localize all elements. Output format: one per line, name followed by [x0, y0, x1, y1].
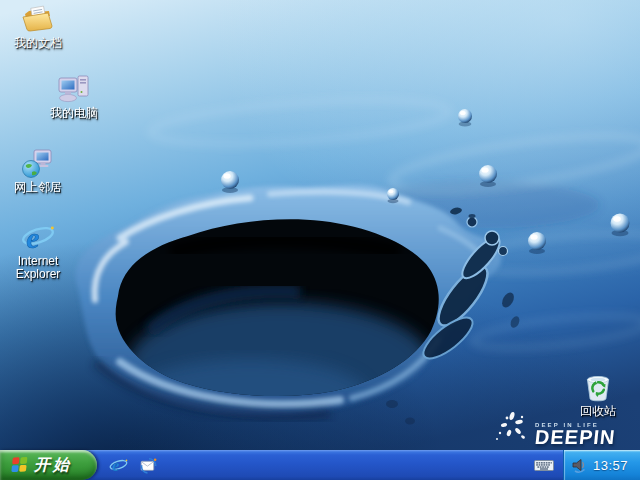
desktop-icon-recycle-bin[interactable]: 回收站	[566, 368, 630, 418]
desktop-icon-network-places[interactable]: 网上邻居	[6, 146, 70, 194]
start-label: 开始	[34, 455, 72, 476]
icon-label: 我的文档	[6, 37, 70, 50]
folder-documents-icon	[21, 2, 55, 36]
quick-launch-bar	[109, 456, 158, 475]
desktop-icon-internet-explorer[interactable]: Internet Explorer	[6, 220, 70, 281]
deepin-swirl-logo	[494, 406, 530, 446]
taskbar: 开始	[0, 450, 640, 480]
desktop-icon-my-documents[interactable]: 我的文档	[6, 2, 70, 50]
computer-icon	[57, 72, 91, 106]
brand-name: DEEPIN	[534, 429, 616, 446]
clock[interactable]: 13:57	[593, 458, 628, 473]
icon-label: 网上邻居	[6, 181, 70, 194]
network-globe-icon	[21, 146, 55, 180]
desktop-icon-my-computer[interactable]: 我的电脑	[42, 72, 106, 120]
start-button[interactable]: 开始	[0, 450, 97, 480]
ie-quicklaunch-icon[interactable]	[109, 456, 128, 475]
system-tray: 13:57	[563, 450, 640, 480]
windows-flag-icon	[8, 455, 28, 475]
desktop: e	[0, 0, 640, 480]
outlook-express-icon[interactable]	[139, 456, 158, 475]
icon-label: 我的电脑	[42, 107, 106, 120]
ie-logo-icon	[21, 220, 55, 254]
volume-speaker-icon[interactable]	[571, 457, 588, 474]
icon-label: Internet Explorer	[6, 255, 70, 281]
recycle-bin-icon	[580, 368, 616, 404]
ime-keyboard-icon[interactable]	[534, 458, 554, 473]
icon-label: 回收站	[566, 405, 630, 418]
